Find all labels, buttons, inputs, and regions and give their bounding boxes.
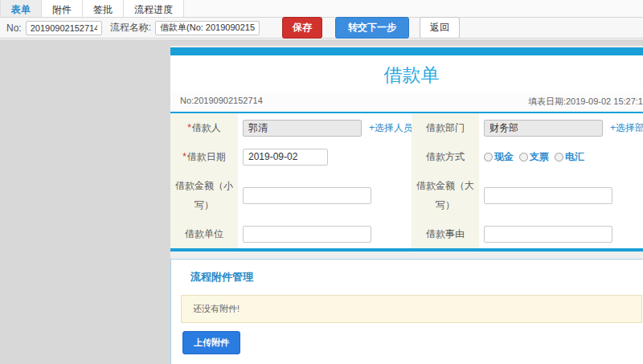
attachment-panel-header: 流程附件管理 xyxy=(181,270,642,284)
select-person-link[interactable]: +选择人员 xyxy=(369,121,413,135)
department-label: 借款部门 xyxy=(412,113,479,142)
required-asterisk: * xyxy=(187,122,191,133)
borrower-field-cell: +选择人员 xyxy=(238,113,412,142)
radio-button-icon[interactable] xyxy=(519,153,528,162)
select-department-link[interactable]: +选择部门 xyxy=(610,121,643,135)
borrow-date-input[interactable] xyxy=(243,149,328,166)
loan-form-sheet: 借款单 No:20190902152714 填表日期:2019-09-02 15… xyxy=(170,47,643,252)
radio-wire-transfer[interactable]: 电汇 xyxy=(555,150,584,164)
borrow-method-label: 借款方式 xyxy=(412,142,479,171)
department-field-cell: +选择部门 xyxy=(479,113,643,142)
amount-lowercase-field-cell xyxy=(238,171,412,219)
amount-uppercase-label: 借款金额（大写） xyxy=(412,171,479,219)
no-label: No: xyxy=(6,22,22,34)
no-attachment-alert: 还没有附件! xyxy=(181,295,642,323)
attachment-panel: 流程附件管理 还没有附件! 上传附件 xyxy=(170,259,643,364)
borrow-unit-label: 借款单位 xyxy=(170,219,238,248)
tab-process-progress[interactable]: 流程进度 xyxy=(124,0,184,17)
borrow-reason-input[interactable] xyxy=(484,226,612,243)
radio-cash[interactable]: 现金 xyxy=(484,150,514,164)
form-meta-row: No:20190902152714 填表日期:2019-09-02 15:27:… xyxy=(170,92,643,113)
borrow-reason-field-cell xyxy=(479,219,643,248)
form-panel: 借款单 No:20190902152714 填表日期:2019-09-02 15… xyxy=(170,46,643,364)
borrow-unit-input[interactable] xyxy=(243,226,371,243)
borrow-unit-field-cell xyxy=(238,219,412,248)
borrow-date-label: *借款日期 xyxy=(170,142,238,171)
borrow-date-field-cell xyxy=(238,142,412,171)
amount-uppercase-input[interactable] xyxy=(484,187,612,204)
form-title: 借款单 xyxy=(170,55,643,92)
tab-approval[interactable]: 签批 xyxy=(83,0,124,17)
flow-name-input[interactable] xyxy=(155,21,260,35)
form-date-text: 填表日期:2019-09-02 15:27:1 xyxy=(528,96,643,108)
tab-bar: 表单 附件 签批 流程进度 xyxy=(0,0,643,18)
amount-lowercase-input[interactable] xyxy=(243,187,371,204)
borrow-method-field-cell: 现金 支票 电汇 xyxy=(479,142,643,171)
borrower-input[interactable] xyxy=(243,120,362,137)
borrow-reason-label: 借款事由 xyxy=(412,219,479,248)
form-no-text: No:20190902152714 xyxy=(180,96,263,108)
department-input[interactable] xyxy=(484,120,603,137)
forward-next-step-button[interactable]: 转交下一步 xyxy=(335,17,409,39)
amount-lowercase-label: 借款金额（小写） xyxy=(170,171,238,219)
amount-uppercase-field-cell xyxy=(479,171,643,219)
no-input[interactable] xyxy=(26,21,102,35)
tab-form[interactable]: 表单 xyxy=(0,0,42,17)
workspace-background: 借款单 No:20190902152714 填表日期:2019-09-02 15… xyxy=(0,39,643,364)
flow-name-label: 流程名称: xyxy=(110,21,151,35)
borrow-method-radio-group: 现金 支票 电汇 xyxy=(484,150,590,164)
radio-button-icon[interactable] xyxy=(484,153,493,162)
upload-attachment-button[interactable]: 上传附件 xyxy=(182,331,240,354)
back-button[interactable]: 返回 xyxy=(420,17,460,39)
borrower-label: *借款人 xyxy=(170,113,238,142)
panel-top-accent-bar xyxy=(170,47,643,55)
loan-form-table: *借款人 +选择人员 借款部门 +选择部门 *借款日期 xyxy=(170,113,643,252)
save-button[interactable]: 保存 xyxy=(282,17,322,39)
tab-attachment[interactable]: 附件 xyxy=(42,0,83,17)
radio-button-icon[interactable] xyxy=(555,153,563,162)
action-toolbar: No: 流程名称: 保存 转交下一步 返回 xyxy=(0,18,643,39)
radio-check[interactable]: 支票 xyxy=(519,150,549,164)
required-asterisk: * xyxy=(182,151,186,162)
